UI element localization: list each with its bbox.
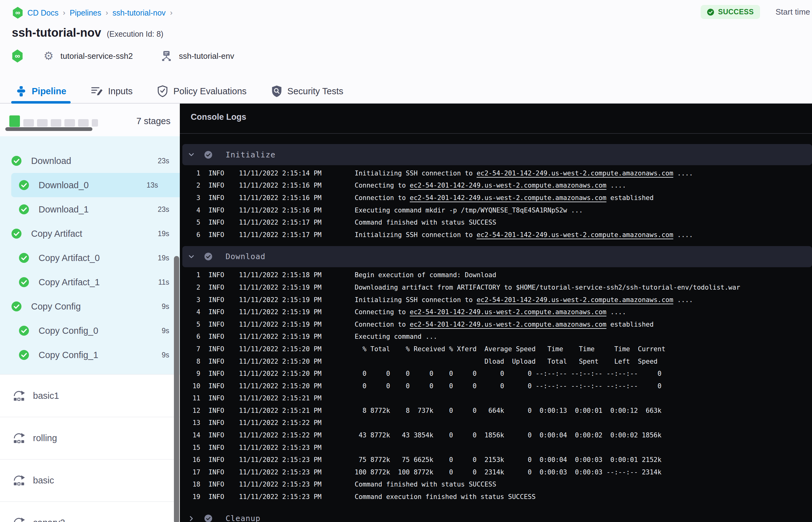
stage-square-pending[interactable] — [51, 119, 61, 127]
log-level: INFO — [208, 333, 227, 340]
log-text: .... — [673, 231, 693, 239]
pipeline-icon — [16, 85, 27, 97]
log-text: Executing command ... — [355, 333, 438, 340]
log-message: Command finished with status SUCCESS — [355, 481, 496, 488]
stages-sidebar: 7 stages Download23sDownload_013sDownloa… — [0, 104, 180, 522]
log-timestamp: 11/11/2022 2:15:20 PM — [239, 382, 342, 390]
stage-row-download[interactable]: Download23s — [0, 149, 180, 173]
rolling-deploy-icon — [12, 431, 26, 445]
log-text: .... — [606, 308, 626, 316]
log-section-header-initialize[interactable]: Initialize — [182, 144, 812, 165]
section-name: Initialize — [226, 150, 276, 159]
log-message: 75 8772k 75 6625k 0 0 2153k 0 0:00:04 0:… — [355, 456, 662, 463]
section-success-check-icon — [204, 150, 212, 159]
strategy-list: basic1rollingbasiccanary2 — [0, 375, 180, 522]
log-message: % Total % Received % Xferd Average Speed… — [355, 345, 666, 353]
chevron-right-icon[interactable] — [187, 515, 196, 522]
chevron-down-icon[interactable] — [187, 253, 196, 261]
log-timestamp: 11/11/2022 2:15:17 PM — [239, 231, 342, 239]
log-line: 18INFO11/11/2022 2:15:23 PMCommand finis… — [180, 479, 812, 491]
log-line: 5INFO11/11/2022 2:15:19 PMConnection to … — [180, 318, 812, 331]
log-line: 2INFO11/11/2022 2:15:16 PMConnecting to … — [180, 180, 812, 192]
log-timestamp: 11/11/2022 2:15:23 PM — [239, 493, 342, 501]
stage-row-copy-artifact_0[interactable]: Copy Artifact_019s — [0, 246, 180, 270]
strategy-label: canary2 — [33, 518, 65, 522]
stage-square-pending[interactable] — [92, 119, 98, 127]
status-label: SUCCESS — [718, 8, 754, 16]
log-section-header-cleanup[interactable]: Cleanup — [182, 508, 812, 522]
log-host-link[interactable]: ec2-54-201-142-249.us-west-2.compute.ama… — [410, 182, 606, 189]
stage-row-copy-config_0[interactable]: Copy Config_09s — [0, 319, 180, 343]
log-timestamp: 11/11/2022 2:15:16 PM — [239, 206, 342, 214]
stage-label: Copy Config — [31, 301, 162, 312]
check-circle-icon — [707, 8, 714, 16]
sidebar-vertical-scrollbar[interactable] — [174, 256, 179, 522]
stage-duration: 9s — [162, 351, 169, 359]
console-panel: Console Logs Initialize1INFO11/11/2022 2… — [180, 104, 812, 522]
stage-duration: 23s — [158, 205, 169, 214]
stage-row-download_1[interactable]: Download_123s — [0, 197, 180, 221]
log-host-link[interactable]: ec2-54-201-142-249.us-west-2.compute.ama… — [410, 194, 606, 202]
breadcrumb-link[interactable]: CD Docs — [27, 8, 59, 17]
tab-label: Policy Evaluations — [173, 86, 246, 97]
stage-duration: 19s — [158, 229, 169, 238]
log-host-link[interactable]: ec2-54-201-142-249.us-west-2.compute.ama… — [476, 169, 673, 177]
log-line-number: 5 — [180, 219, 200, 226]
log-level: INFO — [208, 407, 227, 414]
tab-pipeline[interactable]: Pipeline — [16, 79, 66, 103]
breadcrumb-link[interactable]: ssh-tutorial-nov — [112, 8, 165, 17]
tab-inputs[interactable]: Inputs — [90, 79, 133, 103]
stage-square-pending[interactable] — [78, 119, 89, 127]
log-message: Initializing SSH connection to ec2-54-20… — [355, 169, 693, 177]
stage-progress-horizontal-scrollbar[interactable] — [5, 127, 93, 131]
security-shield-icon — [271, 85, 283, 97]
active-tab-underline — [11, 101, 70, 104]
stage-square-done[interactable] — [9, 115, 20, 127]
log-line-number: 3 — [180, 296, 200, 304]
service-name[interactable]: tutorial-service-ssh2 — [60, 51, 133, 61]
stage-row-copy-config_1[interactable]: Copy Config_19s — [0, 343, 180, 367]
stage-label: Copy Artifact_0 — [39, 253, 158, 263]
environment-name[interactable]: ssh-tutorial-env — [179, 51, 234, 61]
tab-bar: PipelineInputsPolicy EvaluationsSecurity… — [0, 79, 812, 104]
log-host-link[interactable]: ec2-54-201-142-249.us-west-2.compute.ama… — [410, 321, 606, 328]
strategy-row-rolling[interactable]: rolling — [0, 417, 180, 460]
log-host-link[interactable]: ec2-54-201-142-249.us-west-2.compute.ama… — [476, 296, 673, 304]
tab-security-tests[interactable]: Security Tests — [271, 79, 343, 103]
stage-square-pending[interactable] — [37, 119, 47, 127]
stage-duration: 19s — [158, 254, 169, 262]
strategy-row-basic[interactable]: basic — [0, 460, 180, 502]
log-timestamp: 11/11/2022 2:15:19 PM — [239, 296, 342, 304]
log-text: established — [606, 321, 654, 328]
stage-row-copy-config[interactable]: Copy Config9s — [0, 294, 180, 319]
strategy-row-basic1[interactable]: basic1 — [0, 375, 180, 417]
log-message: 8 8772k 8 737k 0 0 664k 0 0:00:13 0:00:0… — [355, 407, 662, 414]
success-check-icon — [19, 325, 29, 336]
log-level: INFO — [208, 419, 227, 426]
breadcrumb-link[interactable]: Pipelines — [70, 8, 101, 17]
log-host-link[interactable]: ec2-54-201-142-249.us-west-2.compute.ama… — [476, 231, 673, 239]
chevron-down-icon[interactable] — [187, 150, 196, 159]
strategy-row-canary2[interactable]: canary2 — [0, 502, 180, 522]
log-level: INFO — [208, 271, 227, 279]
stage-square-pending[interactable] — [23, 119, 34, 127]
log-level: INFO — [208, 468, 227, 476]
stage-row-copy-artifact[interactable]: Copy Artifact19s — [0, 221, 180, 246]
log-text: Dload Upload Total Spent Left Speed — [355, 358, 658, 365]
log-section-header-download[interactable]: Download — [182, 246, 812, 267]
log-line-number: 19 — [180, 493, 200, 501]
console-log-area[interactable]: Initialize1INFO11/11/2022 2:15:14 PMInit… — [180, 134, 812, 522]
stage-square-pending[interactable] — [64, 119, 75, 127]
stage-label: Download_1 — [39, 204, 158, 215]
tab-policy-evaluations[interactable]: Policy Evaluations — [157, 79, 246, 103]
log-line: 10INFO11/11/2022 2:15:20 PM 0 0 0 0 0 0 … — [180, 380, 812, 392]
log-timestamp: 11/11/2022 2:15:21 PM — [239, 395, 342, 402]
stage-row-copy-artifact_1[interactable]: Copy Artifact_111s — [0, 270, 180, 294]
log-line-number: 4 — [180, 308, 200, 316]
stage-row-download_0[interactable]: Download_013s — [11, 173, 180, 197]
log-level: INFO — [208, 169, 227, 177]
log-host-link[interactable]: ec2-54-201-142-249.us-west-2.compute.ama… — [410, 308, 606, 316]
log-level: INFO — [208, 444, 227, 451]
success-check-icon — [19, 180, 29, 190]
log-line: 19INFO11/11/2022 2:15:23 PMCommand execu… — [180, 490, 812, 503]
